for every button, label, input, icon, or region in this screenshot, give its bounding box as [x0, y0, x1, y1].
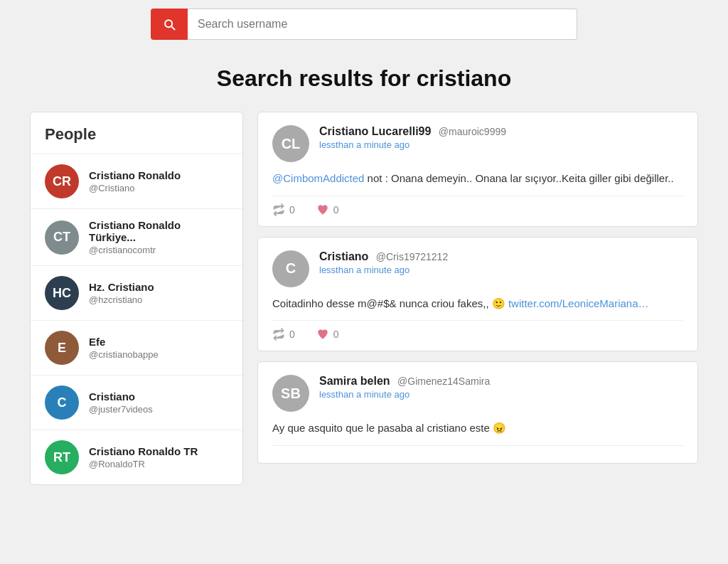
- tweet-handle: @Gimenez14Samira: [397, 376, 490, 387]
- person-item[interactable]: CT Cristiano Ronaldo Türkiye... @cristia…: [31, 209, 242, 266]
- person-item[interactable]: HC Hz. Cristiano @hzcristiano: [31, 266, 242, 321]
- retweet-icon: [272, 203, 285, 216]
- person-info: Cristiano Ronaldo @Cristiano: [89, 169, 181, 193]
- retweet-count: 0: [289, 204, 295, 216]
- tweet-time: lessthan a minute ago: [319, 139, 506, 150]
- person-name: Hz. Cristiano: [89, 281, 154, 293]
- person-info: Hz. Cristiano @hzcristiano: [89, 281, 154, 305]
- person-item[interactable]: E Efe @cristianobappe: [31, 321, 242, 376]
- tweet-user-info: Cristiano @Cris19721212 lessthan a minut…: [319, 250, 448, 275]
- tweet-username[interactable]: Samira belen: [319, 375, 390, 387]
- person-avatar: CT: [45, 220, 79, 255]
- person-name: Cristiano Ronaldo Türkiye...: [89, 219, 228, 243]
- person-handle: @juster7videos: [89, 404, 153, 415]
- tweet-actions: 0 0: [272, 203, 683, 216]
- retweet-count: 0: [289, 329, 295, 340]
- tweet-text: Ay que asquito que le pasaba al cristian…: [272, 422, 506, 434]
- retweet-action[interactable]: 0: [272, 203, 295, 216]
- person-avatar: E: [45, 331, 79, 365]
- tweet-username[interactable]: Cristiano: [319, 250, 368, 262]
- search-icon: [162, 17, 176, 31]
- page-title: Search results for cristiano: [0, 65, 728, 92]
- tweet-link[interactable]: twitter.com/LeoniceMariana…: [508, 297, 649, 309]
- tweet-header: SB Samira belen @Gimenez14Samira lesstha…: [272, 375, 683, 412]
- person-avatar: CR: [45, 164, 79, 198]
- retweet-action[interactable]: 0: [272, 328, 295, 341]
- heart-icon: [316, 328, 329, 341]
- main-layout: People CR Cristiano Ronaldo @Cristiano C…: [16, 112, 712, 514]
- tweet-handle: @Cris19721212: [376, 251, 448, 262]
- tweet-header: CL Cristiano Lucarelli99 @mauroic9999 le…: [272, 125, 683, 162]
- tweet-handle: @mauroic9999: [439, 126, 506, 137]
- person-handle: @cristianobappe: [89, 349, 159, 360]
- tweet-user-info: Samira belen @Gimenez14Samira lessthan a…: [319, 375, 490, 400]
- person-info: Cristiano @juster7videos: [89, 390, 153, 415]
- person-info: Cristiano Ronaldo TR @RonaldoTR: [89, 445, 198, 469]
- tweet-text: Coitadinho desse m@#$& nunca criou fakes…: [272, 297, 508, 309]
- tweet-text: not : Onana demeyin.. Onana lar sıçıyor.…: [364, 172, 673, 184]
- person-name: Cristiano: [89, 390, 153, 403]
- tweet-avatar: CL: [272, 125, 309, 162]
- like-action[interactable]: 0: [316, 203, 339, 216]
- header: [0, 0, 728, 48]
- people-list: CR Cristiano Ronaldo @Cristiano CT Crist…: [31, 154, 242, 484]
- person-name: Cristiano Ronaldo TR: [89, 445, 198, 457]
- tweet-card: CL Cristiano Lucarelli99 @mauroic9999 le…: [257, 112, 698, 227]
- tweet-avatar: C: [272, 250, 309, 287]
- search-button[interactable]: [151, 9, 188, 40]
- tweet-body: @CimbomAddicted not : Onana demeyin.. On…: [272, 171, 683, 196]
- search-bar: [151, 9, 577, 40]
- person-avatar: C: [45, 385, 79, 420]
- tweet-avatar: SB: [272, 375, 309, 412]
- tweet-header: C Cristiano @Cris19721212 lessthan a min…: [272, 250, 683, 287]
- people-sidebar: People CR Cristiano Ronaldo @Cristiano C…: [30, 112, 243, 485]
- person-handle: @Cristiano: [89, 183, 181, 193]
- search-input[interactable]: [188, 9, 577, 40]
- person-item[interactable]: RT Cristiano Ronaldo TR @RonaldoTR: [31, 430, 242, 484]
- tweet-card: C Cristiano @Cris19721212 lessthan a min…: [257, 237, 698, 352]
- like-count: 0: [333, 329, 339, 340]
- tweet-body: Coitadinho desse m@#$& nunca criou fakes…: [272, 296, 683, 321]
- tweet-body: Ay que asquito que le pasaba al cristian…: [272, 420, 683, 446]
- person-item[interactable]: CR Cristiano Ronaldo @Cristiano: [31, 154, 242, 209]
- page-title-wrap: Search results for cristiano: [0, 48, 728, 112]
- person-handle: @RonaldoTR: [89, 459, 198, 469]
- person-avatar: RT: [45, 440, 79, 474]
- person-avatar: HC: [45, 276, 79, 310]
- tweets-area: CL Cristiano Lucarelli99 @mauroic9999 le…: [257, 112, 698, 464]
- like-action[interactable]: 0: [316, 328, 339, 341]
- person-handle: @hzcristiano: [89, 294, 154, 305]
- person-name: Efe: [89, 336, 159, 348]
- person-handle: @cristianocomtr: [89, 245, 228, 255]
- tweet-time: lessthan a minute ago: [319, 265, 448, 275]
- tweet-actions: 0 0: [272, 328, 683, 341]
- tweet-card: SB Samira belen @Gimenez14Samira lesstha…: [257, 361, 698, 464]
- tweet-user-info: Cristiano Lucarelli99 @mauroic9999 lesst…: [319, 125, 506, 150]
- tweet-time: lessthan a minute ago: [319, 389, 490, 400]
- tweet-mention[interactable]: @CimbomAddicted: [272, 172, 364, 184]
- person-name: Cristiano Ronaldo: [89, 169, 181, 181]
- person-info: Efe @cristianobappe: [89, 336, 159, 360]
- people-heading: People: [31, 112, 242, 154]
- person-item[interactable]: C Cristiano @juster7videos: [31, 376, 242, 430]
- retweet-icon: [272, 328, 285, 341]
- heart-icon: [316, 203, 329, 216]
- tweet-username[interactable]: Cristiano Lucarelli99: [319, 125, 431, 137]
- person-info: Cristiano Ronaldo Türkiye... @cristianoc…: [89, 219, 228, 255]
- like-count: 0: [333, 204, 339, 216]
